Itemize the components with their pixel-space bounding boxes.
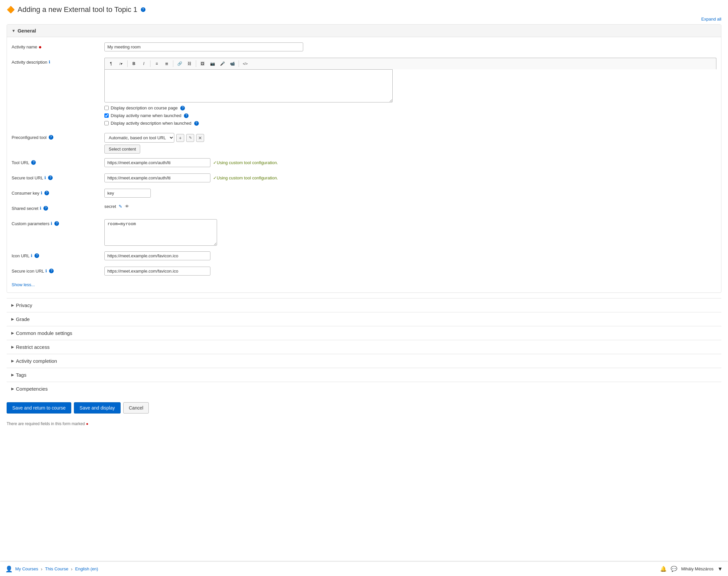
collapsible-section-activity-completion: ▶ Activity completion [7,354,721,368]
tool-url-control: ✓Using custom tool configuration. [104,158,717,167]
icon-url-control [104,251,717,260]
save-return-button[interactable]: Save and return to course [7,402,71,413]
shared-secret-help[interactable]: ? [43,206,48,210]
icon-url-help[interactable]: ? [34,253,39,258]
collapsible-header-6[interactable]: ▶ Competencies [7,382,721,396]
collapsible-header-3[interactable]: ▶ Restrict access [7,340,721,354]
toolbar-format-btn[interactable]: i▾ [117,59,125,68]
activity-description-textarea[interactable] [104,69,393,103]
general-section-header[interactable]: ▼ General [7,25,721,37]
consumer-key-info[interactable]: ℹ [41,191,42,195]
custom-params-textarea[interactable]: room=myroom [104,219,217,246]
collapsible-header-1[interactable]: ▶ Grade [7,312,721,326]
secure-icon-url-input[interactable] [104,267,210,276]
preconfigured-tool-control: Automatic, based on tool URL + ✎ ✕ Selec… [104,133,717,153]
secure-tool-url-help[interactable]: ? [48,175,53,180]
toolbar-unlink-btn[interactable]: ⛓ [185,59,194,68]
display-activity-name-help[interactable]: ? [184,113,188,118]
toolbar-sep-5 [239,60,239,67]
cancel-button[interactable]: Cancel [123,402,149,413]
consumer-key-row: Consumer key ℹ ? [11,189,717,199]
collapsible-label-3: Restrict access [16,344,50,350]
consumer-key-input[interactable] [104,189,151,198]
shared-secret-row: Shared secret ℹ ? secret ✎ 👁 [11,204,717,214]
secure-tool-url-row: Secure tool URL ℹ ? ✓Using custom tool c… [11,173,717,184]
display-description-help[interactable]: ? [180,106,185,110]
activity-description-control: ¶ i▾ B I ≡ ≣ 🔗 ⛓ 🖼 📷 🎤 [104,58,717,128]
display-activity-name-label-text: Display activity name when launched [111,113,181,118]
toolbar-sep-4 [196,60,196,67]
activity-name-control [104,42,717,51]
toolbar-italic-btn[interactable]: I [140,59,148,68]
toolbar-html-btn[interactable]: </> [241,59,249,68]
secure-tool-url-info[interactable]: ℹ [44,175,46,180]
tool-url-row: Tool URL ? ✓Using custom tool configurat… [11,158,717,169]
collapsible-section-restrict-access: ▶ Restrict access [7,340,721,354]
collapsible-header-2[interactable]: ▶ Common module settings [7,326,721,340]
expand-all-link[interactable]: Expand all [701,17,721,22]
preconfigured-tool-remove-btn[interactable]: ✕ [196,134,204,142]
preconfigured-tool-add-btn[interactable]: + [176,134,184,142]
consumer-key-control [104,189,717,198]
collapsible-label-5: Tags [16,372,27,378]
display-description-checkbox[interactable] [104,106,109,110]
caret-icon-4: ▶ [11,359,14,363]
toolbar-image-btn[interactable]: 🖼 [198,59,207,68]
activity-name-input[interactable] [104,42,303,51]
collapsible-section-grade: ▶ Grade [7,312,721,326]
tool-url-input[interactable] [104,158,210,167]
toolbar-ul-btn[interactable]: ≡ [152,59,161,68]
custom-params-info[interactable]: ℹ [51,221,52,226]
show-less-link[interactable]: Show less... [11,282,35,287]
preconfigured-tool-select[interactable]: Automatic, based on tool URL [104,133,174,143]
secure-icon-url-help[interactable]: ? [49,268,54,273]
toolbar-paragraph-btn[interactable]: ¶ [107,59,115,68]
page-title: Adding a new External tool to Topic 1 [18,5,138,14]
display-description-row: Display description on course page ? [104,106,717,110]
caret-icon-3: ▶ [11,345,14,349]
preconfigured-tool-help[interactable]: ? [49,135,53,140]
toolbar-ol-btn[interactable]: ≣ [162,59,171,68]
display-activity-desc-checkbox[interactable] [104,121,109,125]
collapsible-header-0[interactable]: ▶ Privacy [7,298,721,312]
general-section-body: Activity name ● Activity description ℹ ¶… [7,37,721,292]
shared-secret-info[interactable]: ℹ [40,206,41,210]
tool-url-help[interactable]: ? [31,160,36,165]
display-activity-desc-help[interactable]: ? [194,121,199,126]
shared-secret-value: secret [104,204,116,209]
general-section: ▼ General Activity name ● Activity descr… [7,24,721,293]
save-display-button[interactable]: Save and display [74,402,121,413]
activity-description-help[interactable]: ℹ [49,60,50,64]
toolbar-bold-btn[interactable]: B [129,59,138,68]
toolbar-video-btn[interactable]: 📹 [228,59,237,68]
tool-url-label: Tool URL ? [11,158,104,165]
tool-url-status: ✓Using custom tool configuration. [213,160,278,165]
required-marker: ● [38,45,42,50]
secure-icon-url-label: Secure icon URL ℹ ? [11,267,104,273]
toolbar-audio-btn[interactable]: 🎤 [218,59,226,68]
collapsible-header-5[interactable]: ▶ Tags [7,368,721,382]
icon-url-info[interactable]: ℹ [31,253,32,258]
secure-icon-url-row: Secure icon URL ℹ ? [11,267,717,277]
custom-params-control: room=myroom [104,219,717,247]
preconfigured-tool-row: Preconfigured tool ? Automatic, based on… [11,133,717,153]
select-content-btn[interactable]: Select content [104,145,140,153]
preconfigured-tool-label: Preconfigured tool ? [11,133,104,140]
secure-tool-url-input[interactable] [104,173,210,182]
preconfigured-tool-edit-btn[interactable]: ✎ [186,134,194,142]
display-activity-name-checkbox[interactable] [104,113,109,118]
toolbar-link-btn[interactable]: 🔗 [175,59,184,68]
caret-icon-5: ▶ [11,373,14,377]
custom-params-help[interactable]: ? [54,221,59,226]
page-help-icon[interactable]: ? [141,7,146,12]
secure-icon-url-info[interactable]: ℹ [46,268,47,273]
collapsible-header-4[interactable]: ▶ Activity completion [7,354,721,368]
toolbar-photo-btn[interactable]: 📷 [208,59,217,68]
shared-secret-eye-icon[interactable]: 👁 [125,204,129,209]
icon-url-input[interactable] [104,251,210,260]
shared-secret-edit-icon[interactable]: ✎ [119,204,122,209]
consumer-key-help[interactable]: ? [44,191,49,195]
collapsible-section-tags: ▶ Tags [7,368,721,382]
collapsible-sections-container: ▶ Privacy ▶ Grade ▶ Common module settin… [7,298,721,396]
collapsible-label-4: Activity completion [16,358,57,364]
